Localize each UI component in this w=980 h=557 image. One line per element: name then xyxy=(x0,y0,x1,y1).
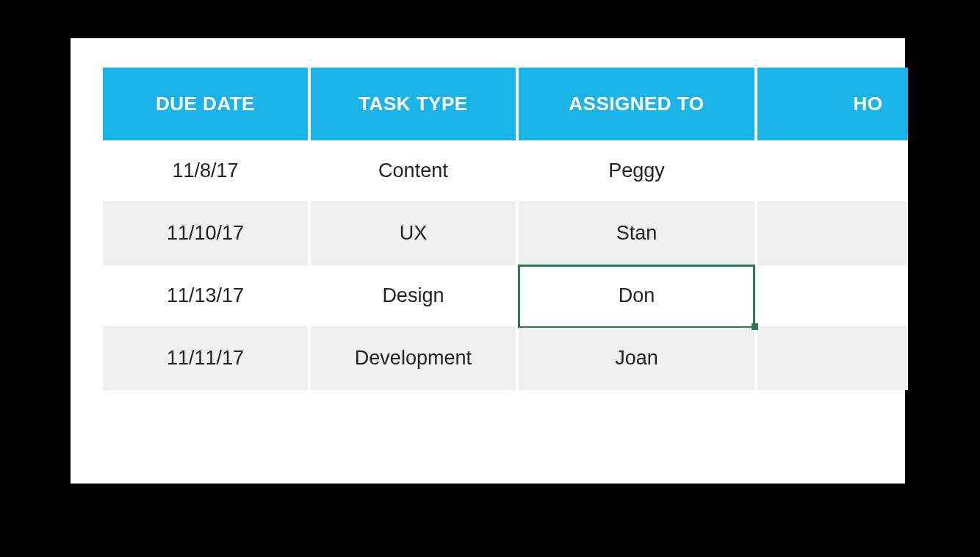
cell-due-date[interactable]: 11/11/17 xyxy=(103,328,308,390)
cell-task-type[interactable]: Content xyxy=(311,140,516,203)
cell-task-type[interactable]: UX xyxy=(311,203,516,265)
table-header-row: DUE DATE TASK TYPE ASSIGNED TO HO xyxy=(103,68,908,140)
cell-assigned-to[interactable]: Stan xyxy=(519,203,754,265)
header-hours[interactable]: HO xyxy=(757,68,908,140)
cell-due-date[interactable]: 11/13/17 xyxy=(103,265,308,328)
cell-due-date[interactable]: 11/8/17 xyxy=(103,140,308,203)
table-row: 11/13/17 Design Don xyxy=(103,265,908,328)
cell-hours[interactable] xyxy=(757,328,908,390)
cell-assigned-to-selected[interactable]: Don xyxy=(519,265,754,328)
task-table[interactable]: DUE DATE TASK TYPE ASSIGNED TO HO 11/8/1… xyxy=(100,68,908,390)
cell-task-type[interactable]: Development xyxy=(311,328,516,390)
slide-canvas: DUE DATE TASK TYPE ASSIGNED TO HO 11/8/1… xyxy=(71,38,905,484)
cell-task-type[interactable]: Design xyxy=(311,265,516,328)
cell-assigned-to[interactable]: Joan xyxy=(519,328,754,390)
cell-due-date[interactable]: 11/10/17 xyxy=(103,203,308,265)
header-task-type[interactable]: TASK TYPE xyxy=(311,68,516,140)
header-due-date[interactable]: DUE DATE xyxy=(103,68,308,140)
table-row: 11/8/17 Content Peggy xyxy=(103,140,908,203)
cell-hours[interactable] xyxy=(757,140,908,203)
task-table-container: DUE DATE TASK TYPE ASSIGNED TO HO 11/8/1… xyxy=(100,68,908,390)
table-row: 11/10/17 UX Stan xyxy=(103,203,908,265)
fill-handle-icon[interactable] xyxy=(752,323,758,330)
header-assigned-to[interactable]: ASSIGNED TO xyxy=(519,68,754,140)
cell-hours[interactable] xyxy=(757,203,908,265)
cell-assigned-to[interactable]: Peggy xyxy=(519,140,754,203)
table-row: 11/11/17 Development Joan xyxy=(103,328,908,390)
cell-hours[interactable] xyxy=(757,265,908,328)
